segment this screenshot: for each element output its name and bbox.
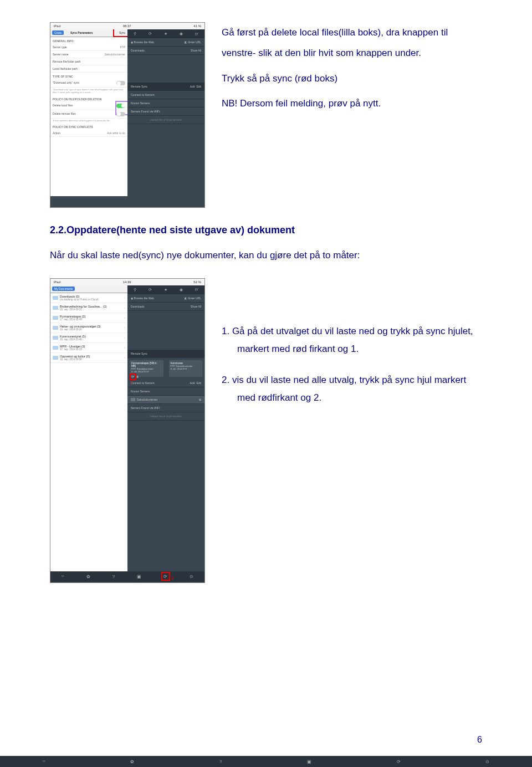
servers-found-row: Servers Found via WiFi: — [127, 108, 204, 116]
marker-1: 1 — [130, 380, 132, 384]
download-only-switch[interactable] — [116, 81, 125, 85]
sync-tile-2[interactable]: Kommunes FTP: Saksdokumenter 3. okt. 201… — [169, 360, 203, 377]
reload-row[interactable]: reload list of local servers — [127, 116, 204, 124]
tile-sync-icon[interactable]: ⟳ — [131, 375, 135, 379]
statusbar-left-2: iPad — [54, 280, 60, 284]
star-icon[interactable]: ★ — [164, 32, 167, 36]
globe-icon[interactable]: ◉ — [180, 288, 183, 292]
settings-icon[interactable]: iY — [195, 32, 198, 36]
connect-servers-label: Connect to Servers — [131, 93, 155, 96]
book-icon[interactable]: ▣ — [307, 759, 311, 764]
list-item[interactable]: Kommunestyret (5) 16. sep. 2014 13:46 › — [50, 333, 127, 343]
connect-servers-label-2: Connect to Servers — [131, 381, 155, 385]
red-highlight-1 — [130, 374, 136, 380]
chevron-right-icon: › — [124, 356, 125, 359]
downloads-label-2: Downloads — [131, 305, 145, 308]
add-label[interactable]: Add — [190, 85, 195, 88]
list-item[interactable]: Helse- og omsorgsutvalget (3) 16. sep. 2… — [50, 323, 127, 333]
edit-label-2[interactable]: Edit — [196, 381, 201, 385]
downloads-row[interactable]: Downloads Show All — [127, 47, 204, 55]
my-documents-button[interactable]: My Documents — [52, 287, 75, 291]
delete-remote-label: Delete remote files — [53, 112, 76, 116]
more-icon[interactable]: ⊙ — [485, 759, 489, 764]
known-servers-row-2: Known Servers: — [127, 387, 204, 396]
delete-remote-switch[interactable] — [116, 112, 125, 116]
section-heading: 2.2.Oppdatere(hente ned siste utgave av)… — [50, 224, 482, 236]
folder-icon — [53, 326, 58, 330]
sync-tile-1[interactable]: Formannskapet (549,4 MB) FTP: Saksdokume… — [130, 360, 163, 377]
list-item[interactable]: MPR - Utvalget (3) 17. sep. 2014 09:15 › — [50, 343, 127, 353]
cross-button[interactable]: Cross — [52, 30, 64, 35]
right-dark-panel: ⚲ ⟳ ★ ◉ iY ◉ Browse the Web ◧ Enter URL … — [127, 29, 204, 196]
download-only-row[interactable]: "Download only" sync — [50, 79, 127, 88]
status-bar-2: iPad 14:39 52 % — [50, 279, 204, 285]
search-icon[interactable]: ⚲ — [134, 288, 136, 292]
gear-icon[interactable]: ✿ — [130, 759, 134, 764]
folder-icon — [53, 296, 58, 300]
wifi-icon[interactable]: ⌔ — [43, 759, 45, 764]
policy-conflicts-header: POLICY ON SYNC CONFLICTS — [50, 123, 127, 130]
server-name-row[interactable]: Server name Saksdokumenter — [50, 51, 127, 58]
screenshot-documents: iPad 14:39 52 % My Documents Downloads (… — [50, 278, 205, 583]
settings-icon[interactable]: iY — [195, 288, 198, 292]
delete-local-row[interactable]: Delete local files — [50, 102, 127, 110]
connect-servers-row[interactable]: Connect to Servers — [127, 91, 204, 99]
chevron-right-icon: › — [124, 336, 125, 339]
sync-icon[interactable]: ⟳ — [149, 288, 152, 292]
book-icon[interactable]: ▣ — [137, 574, 141, 579]
tile-pause-icon[interactable]: ⏸ — [136, 375, 139, 379]
edit-label[interactable]: Edit — [196, 85, 201, 88]
downloads-label: Downloads — [131, 49, 145, 52]
add-label-2[interactable]: Add — [190, 381, 195, 385]
saksdok-label: Saksdokumenter — [137, 398, 158, 401]
item-sub: 16. sep. 2014 13:46 — [60, 338, 124, 341]
action-label: Action — [53, 131, 60, 135]
connect-servers-row-2[interactable]: Connect to Servers Add Edit — [127, 379, 204, 387]
list-item[interactable]: Oppvekst og kultur (0) 16. sep. 2014 09:… — [50, 353, 127, 363]
list-item[interactable]: Brukerveiledning for Goodrea... (1) 16. … — [50, 303, 127, 313]
globe-icon[interactable]: ◉ — [180, 32, 183, 36]
more-icon[interactable]: ⊙ — [190, 574, 193, 579]
server-type-row[interactable]: Server type FTP — [50, 44, 127, 51]
statusbar-time: 08:37 — [123, 24, 131, 28]
right-dark-panel-2: ⚲ ⟳ ★ ◉ iY ◉ Browse the Web ◧ Enter URL … — [127, 285, 204, 571]
general-info-header: GENERAL INFO — [50, 37, 127, 44]
downloads-row-2[interactable]: Downloads Show All — [127, 303, 204, 311]
star-icon[interactable]: ★ — [164, 288, 167, 292]
browse-row-2[interactable]: ◉ Browse the Web ◧ Enter URL — [127, 294, 204, 303]
list-item[interactable]: Formannskapet (3) 17. sep. 2014 08:49 › — [50, 313, 127, 323]
refresh-icon[interactable]: ⟳ — [397, 759, 401, 764]
reload-row-2[interactable]: reload list of local servers — [127, 412, 204, 421]
form-topbar: Cross Sync Parameters Sync — [50, 29, 127, 37]
servers-found-row-2: Servers Found via WiFi: — [127, 404, 204, 412]
refresh-icon-2[interactable]: ⟳ 2 — [163, 574, 167, 579]
remote-path-row[interactable]: Remote file/folder path — [50, 58, 127, 65]
gear-icon[interactable]: ✿ — [86, 574, 90, 579]
search-icon[interactable]: ⚲ — [134, 32, 136, 36]
section-1-row: iPad 08:37 41 % Cross Sync Parameters Sy… — [50, 22, 482, 208]
sync-icon[interactable]: ⟳ — [149, 32, 152, 36]
browse-row[interactable]: ◉ Browse the Web ◧ Enter URL — [127, 38, 204, 47]
remote-sync-label-2: Remote Sync — [131, 352, 147, 355]
section-1-text: Gå først på delete local files(lilla bok… — [222, 22, 482, 119]
downloads-item[interactable]: Downloads (0) (no backing up to iTunes o… — [50, 293, 127, 303]
local-path-label: Local file/folder path — [53, 67, 78, 70]
status-bar: iPad 08:37 41 % — [50, 23, 204, 29]
saksdok-row[interactable]: Saksdokumenter ✿ — [127, 396, 204, 404]
help-icon[interactable]: ? — [112, 574, 115, 579]
item-sub: 17. sep. 2014 08:49 — [60, 318, 124, 321]
help-icon[interactable]: ? — [219, 759, 222, 764]
statusbar-left: iPad — [54, 24, 60, 28]
servers-found-label-2: Servers Found via WiFi: — [131, 406, 160, 410]
server-gear-icon[interactable]: ✿ — [199, 398, 201, 401]
known-servers-row: Known Servers: — [127, 99, 204, 108]
wifi-icon[interactable]: ⌔ — [62, 574, 64, 579]
delete-hint: These switches determine what happens if… — [50, 119, 127, 124]
page-number: 6 — [477, 735, 482, 745]
server-type-label: Server type — [53, 45, 67, 49]
chevron-right-icon: › — [124, 296, 125, 299]
action-row[interactable]: Action Ask what to do — [50, 130, 127, 137]
bottom-toolbar-1: ⌔ ✿ ? ▣ ⟳ ⊙ — [0, 756, 532, 767]
local-path-row[interactable]: Local file/folder path — [50, 65, 127, 73]
browse-label: Browse the Web — [134, 40, 154, 44]
